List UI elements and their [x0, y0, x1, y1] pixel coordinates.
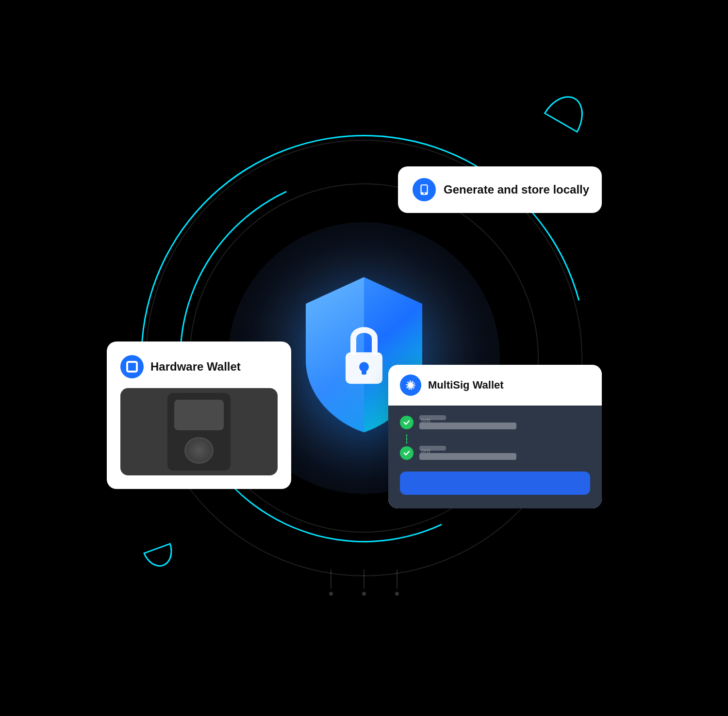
confirm-button[interactable] [400, 472, 590, 495]
bottom-decorations [329, 570, 399, 596]
svg-point-5 [423, 193, 425, 194]
data-bar-1 [419, 423, 516, 429]
label-bar-2: (2/2) [419, 446, 446, 451]
main-scene: Generate and store locally Hardware Wall… [97, 91, 631, 625]
deco-line-3 [397, 570, 397, 589]
hardware-icon [125, 360, 139, 374]
deco-item-3 [395, 570, 399, 596]
device-button [184, 437, 214, 464]
hardware-icon-circle [120, 355, 144, 378]
deco-line-2 [364, 570, 364, 589]
svg-rect-4 [422, 185, 427, 192]
hardware-card: Hardware Wallet [107, 342, 291, 489]
arc-top-right [544, 88, 592, 133]
deco-dot-2 [362, 592, 366, 596]
phone-icon [418, 183, 430, 196]
label-bar-1: (1/2) [419, 415, 446, 420]
multisig-card: MultiSig Wallet (1/2) [388, 365, 602, 508]
device-body [167, 393, 231, 471]
svg-rect-7 [128, 369, 132, 371]
device-screen [174, 400, 224, 430]
hardware-card-title: Hardware Wallet [150, 360, 241, 374]
data-bar-2 [419, 453, 516, 460]
multisig-card-title: MultiSig Wallet [428, 379, 504, 391]
multisig-row-2: (2/2) [400, 446, 590, 460]
multisig-lines-2: (2/2) [419, 446, 590, 460]
deco-dot-1 [329, 592, 333, 596]
check-circle-2 [400, 446, 414, 460]
multisig-header: MultiSig Wallet [388, 365, 602, 406]
generate-icon-circle [413, 178, 436, 201]
check-circle-1 [400, 416, 414, 429]
multisig-row-1: (1/2) [400, 415, 590, 429]
arc-bottom-left [143, 543, 177, 571]
generate-card-title: Generate and store locally [444, 183, 589, 196]
deco-line-1 [331, 570, 331, 589]
multisig-icon-circle [400, 374, 421, 396]
hardware-card-header: Hardware Wallet [120, 355, 278, 378]
gear-icon [404, 379, 417, 391]
checkmark-icon-2 [403, 449, 411, 457]
deco-dot-3 [395, 592, 399, 596]
checkmark-icon-1 [403, 419, 411, 426]
dashed-connector [406, 434, 407, 444]
multisig-body: (1/2) (2/2) [388, 406, 602, 508]
deco-item-2 [362, 570, 366, 596]
multisig-lines-1: (1/2) [419, 415, 590, 429]
svg-rect-2 [362, 367, 366, 374]
generate-card: Generate and store locally [398, 166, 602, 213]
deco-item-1 [329, 570, 333, 596]
hardware-device-display [120, 388, 278, 475]
